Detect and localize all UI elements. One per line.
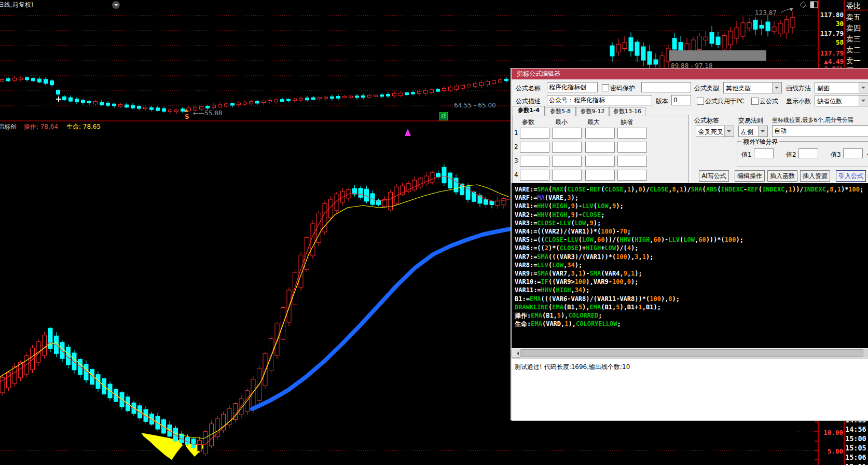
button-编辑操作[interactable]: 编辑操作 (735, 170, 765, 182)
param-input[interactable] (585, 142, 615, 153)
pc-only-checkbox[interactable] (697, 98, 704, 105)
button-插入函数[interactable]: 插入函数 (767, 170, 797, 182)
param-input[interactable] (585, 170, 615, 181)
quote-panel: 委比 卖五卖四卖三卖二卖一买一 117.8030117.7958117.79▲4… (820, 0, 868, 68)
candle-up (480, 83, 484, 86)
cloud-checkbox[interactable] (751, 98, 759, 105)
formula-desc-input[interactable] (547, 95, 652, 105)
candle-down (162, 108, 166, 111)
param-input[interactable] (617, 128, 647, 139)
candle-down (131, 105, 135, 108)
password-checkbox[interactable] (602, 84, 609, 91)
draw-method-select[interactable]: 副图 (815, 82, 868, 93)
version-input[interactable] (671, 95, 691, 105)
param-input[interactable] (520, 156, 549, 167)
candle-up (467, 85, 471, 87)
candle-down (32, 78, 35, 81)
tab-参数1-4[interactable]: 参数1-4 (513, 106, 545, 116)
candle-up (1, 377, 5, 392)
dropdown-arrow-icon[interactable] (758, 126, 767, 136)
candle-up (704, 37, 708, 40)
candle-up (274, 100, 278, 102)
code-line: VAR7:=SMA(((VAR3)/(VAR1))*(100),3,1); (515, 253, 868, 261)
rule-select[interactable]: 左侧 (738, 126, 768, 137)
candle-up (187, 108, 191, 111)
tab-参数5-8[interactable]: 参数5-8 (545, 107, 576, 116)
dropdown-arrow-icon[interactable] (724, 126, 734, 136)
v3-input[interactable] (843, 148, 863, 158)
tab-参数13-16[interactable]: 参数13-16 (609, 107, 645, 116)
tag-select[interactable]: 金叉死叉 (696, 126, 734, 137)
formula-code-editor[interactable]: VARE:=SMA(MAX(CLOSE-REF(CLOSE,1),0)/CLOS… (512, 183, 868, 348)
v2-input[interactable] (798, 148, 818, 158)
candle-up (728, 31, 733, 45)
life-label: 生命: (66, 123, 81, 130)
param-input[interactable] (617, 156, 647, 167)
scroll-left-icon[interactable] (512, 349, 520, 358)
candle-down (81, 100, 85, 102)
button-插入资源[interactable]: 插入资源 (800, 170, 830, 182)
axis-price-label: 5.00 (820, 447, 843, 455)
param-input[interactable] (617, 142, 647, 153)
button-AI写公式[interactable]: AI写公式 (699, 170, 729, 182)
candle-down (753, 20, 757, 29)
param-input[interactable] (552, 142, 582, 153)
decimal-select[interactable]: 缺省位数 (815, 95, 868, 106)
candle-up (198, 441, 202, 451)
candle-up (268, 101, 272, 102)
candle-down (38, 79, 42, 82)
candle-down (156, 108, 160, 111)
candle-down (330, 97, 334, 98)
tab-参数9-12[interactable]: 参数9-12 (576, 107, 609, 116)
candle-up (374, 95, 378, 97)
tick-time: 14:56 (845, 425, 866, 433)
candle-down (7, 79, 10, 81)
candle-up (1, 79, 4, 81)
sell-marker: S (185, 113, 189, 120)
v1-input[interactable] (754, 148, 774, 158)
candle-down (312, 98, 315, 100)
password-input[interactable] (641, 82, 691, 92)
button-引入公式[interactable]: 引入公式 (836, 170, 866, 182)
candle-up (212, 105, 216, 108)
chevron-down-icon[interactable] (112, 1, 120, 9)
candle-down (635, 42, 639, 56)
param-input[interactable] (520, 142, 549, 153)
formula-type-select[interactable]: 其他类型 (723, 82, 782, 93)
candle-up (784, 20, 789, 33)
dropdown-arrow-icon[interactable] (859, 95, 868, 106)
candle-up (299, 99, 303, 100)
param-input[interactable] (552, 170, 582, 181)
candle-up (455, 86, 459, 89)
candle-up (486, 81, 490, 85)
candle-down (760, 25, 764, 28)
code-line: VAR2:=HHV(HIGH,9)-CLOSE; (515, 211, 868, 219)
param-input[interactable] (520, 128, 549, 139)
sell-level-label: 卖三 (846, 35, 861, 44)
param-input[interactable] (585, 128, 615, 139)
candle-down (365, 189, 369, 201)
candle-up (461, 85, 465, 88)
range-slider[interactable] (669, 50, 766, 61)
horizontal-scrollbar[interactable] (512, 349, 868, 358)
scrollbar-thumb[interactable] (521, 349, 863, 357)
param-input[interactable] (520, 170, 549, 181)
candle-up (791, 17, 795, 27)
coord-input[interactable] (772, 125, 868, 137)
dialog-title[interactable]: 指标公式编辑器 (512, 69, 868, 79)
coord-label: 坐标线位置,最多6个,用分号分隔 (772, 116, 853, 124)
param-input[interactable] (552, 156, 582, 167)
candle-down (150, 107, 154, 110)
candle-up (293, 272, 297, 305)
candle-up (492, 80, 496, 84)
dropdown-arrow-icon[interactable] (772, 83, 781, 93)
candle-down (287, 99, 291, 101)
param-input[interactable] (617, 170, 647, 181)
param-input[interactable] (585, 156, 615, 167)
dropdown-arrow-icon[interactable] (859, 83, 868, 93)
code-line: VAR6:=((2)*(CLOSE)+HIGH+LOW)/(4); (515, 244, 868, 252)
param-input[interactable] (552, 128, 582, 139)
chart-annotation: 64.55 - 65.00 (454, 102, 496, 109)
formula-name-input[interactable] (547, 82, 598, 92)
candle-up (318, 98, 322, 99)
